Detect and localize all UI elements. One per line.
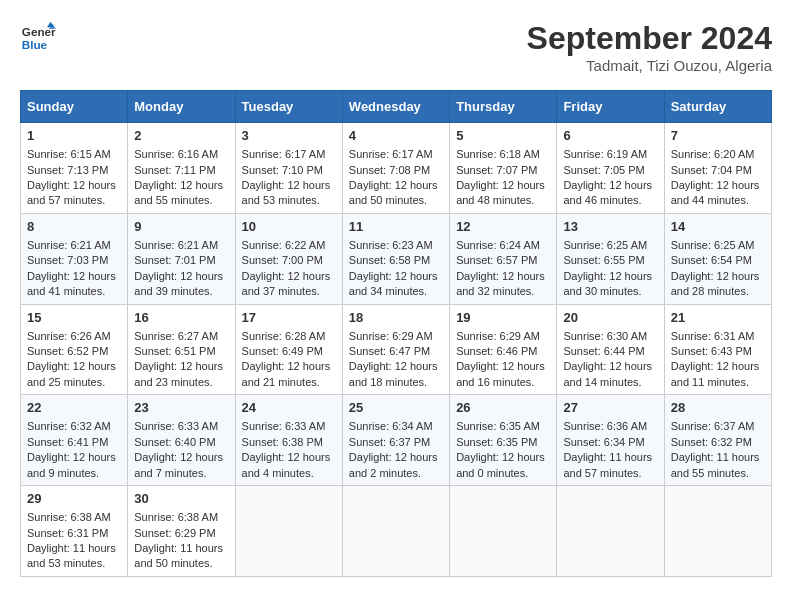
sunset-line: Sunset: 6:41 PM xyxy=(27,436,108,448)
daylight-line1: Daylight: 12 hours xyxy=(27,179,116,191)
daylight-line1: Daylight: 12 hours xyxy=(242,270,331,282)
calendar-cell: 11Sunrise: 6:23 AMSunset: 6:58 PMDayligh… xyxy=(342,213,449,304)
daylight-line2: and 4 minutes. xyxy=(242,467,314,479)
daylight-line2: and 55 minutes. xyxy=(671,467,749,479)
daylight-line2: and 11 minutes. xyxy=(671,376,749,388)
day-number: 1 xyxy=(27,127,121,145)
day-number: 20 xyxy=(563,309,657,327)
sunset-line: Sunset: 7:05 PM xyxy=(563,164,644,176)
sunrise-line: Sunrise: 6:15 AM xyxy=(27,148,111,160)
daylight-line1: Daylight: 12 hours xyxy=(456,360,545,372)
calendar-cell xyxy=(342,486,449,577)
daylight-line1: Daylight: 11 hours xyxy=(671,451,760,463)
sunrise-line: Sunrise: 6:17 AM xyxy=(349,148,433,160)
daylight-line2: and 44 minutes. xyxy=(671,194,749,206)
header-row: SundayMondayTuesdayWednesdayThursdayFrid… xyxy=(21,91,772,123)
calendar-cell: 1Sunrise: 6:15 AMSunset: 7:13 PMDaylight… xyxy=(21,123,128,214)
daylight-line1: Daylight: 12 hours xyxy=(27,270,116,282)
calendar-cell: 20Sunrise: 6:30 AMSunset: 6:44 PMDayligh… xyxy=(557,304,664,395)
calendar-cell: 18Sunrise: 6:29 AMSunset: 6:47 PMDayligh… xyxy=(342,304,449,395)
daylight-line2: and 0 minutes. xyxy=(456,467,528,479)
daylight-line1: Daylight: 12 hours xyxy=(563,270,652,282)
calendar-cell: 10Sunrise: 6:22 AMSunset: 7:00 PMDayligh… xyxy=(235,213,342,304)
day-number: 18 xyxy=(349,309,443,327)
sunset-line: Sunset: 6:49 PM xyxy=(242,345,323,357)
daylight-line2: and 34 minutes. xyxy=(349,285,427,297)
calendar-cell: 25Sunrise: 6:34 AMSunset: 6:37 PMDayligh… xyxy=(342,395,449,486)
daylight-line1: Daylight: 12 hours xyxy=(349,451,438,463)
page-header: General Blue September 2024 Tadmait, Tiz… xyxy=(20,20,772,74)
calendar-cell xyxy=(557,486,664,577)
sunrise-line: Sunrise: 6:34 AM xyxy=(349,420,433,432)
daylight-line2: and 50 minutes. xyxy=(349,194,427,206)
day-number: 6 xyxy=(563,127,657,145)
sunset-line: Sunset: 7:07 PM xyxy=(456,164,537,176)
calendar-cell: 28Sunrise: 6:37 AMSunset: 6:32 PMDayligh… xyxy=(664,395,771,486)
sunset-line: Sunset: 6:44 PM xyxy=(563,345,644,357)
day-number: 13 xyxy=(563,218,657,236)
sunset-line: Sunset: 6:34 PM xyxy=(563,436,644,448)
sunrise-line: Sunrise: 6:25 AM xyxy=(671,239,755,251)
daylight-line2: and 50 minutes. xyxy=(134,557,212,569)
calendar-cell: 5Sunrise: 6:18 AMSunset: 7:07 PMDaylight… xyxy=(450,123,557,214)
day-number: 8 xyxy=(27,218,121,236)
daylight-line2: and 30 minutes. xyxy=(563,285,641,297)
daylight-line1: Daylight: 12 hours xyxy=(456,451,545,463)
day-number: 12 xyxy=(456,218,550,236)
daylight-line1: Daylight: 12 hours xyxy=(134,451,223,463)
header-day: Friday xyxy=(557,91,664,123)
calendar-cell: 27Sunrise: 6:36 AMSunset: 6:34 PMDayligh… xyxy=(557,395,664,486)
daylight-line2: and 2 minutes. xyxy=(349,467,421,479)
sunrise-line: Sunrise: 6:29 AM xyxy=(456,330,540,342)
day-number: 15 xyxy=(27,309,121,327)
day-number: 14 xyxy=(671,218,765,236)
calendar-cell: 26Sunrise: 6:35 AMSunset: 6:35 PMDayligh… xyxy=(450,395,557,486)
sunrise-line: Sunrise: 6:33 AM xyxy=(242,420,326,432)
sunrise-line: Sunrise: 6:22 AM xyxy=(242,239,326,251)
sunset-line: Sunset: 6:46 PM xyxy=(456,345,537,357)
day-number: 3 xyxy=(242,127,336,145)
day-number: 23 xyxy=(134,399,228,417)
sunrise-line: Sunrise: 6:35 AM xyxy=(456,420,540,432)
daylight-line2: and 16 minutes. xyxy=(456,376,534,388)
daylight-line1: Daylight: 12 hours xyxy=(563,179,652,191)
sunset-line: Sunset: 6:43 PM xyxy=(671,345,752,357)
header-day: Saturday xyxy=(664,91,771,123)
day-number: 26 xyxy=(456,399,550,417)
svg-text:Blue: Blue xyxy=(22,38,48,51)
sunrise-line: Sunrise: 6:28 AM xyxy=(242,330,326,342)
daylight-line2: and 41 minutes. xyxy=(27,285,105,297)
daylight-line2: and 46 minutes. xyxy=(563,194,641,206)
sunrise-line: Sunrise: 6:18 AM xyxy=(456,148,540,160)
daylight-line2: and 28 minutes. xyxy=(671,285,749,297)
sunset-line: Sunset: 6:58 PM xyxy=(349,254,430,266)
sunset-line: Sunset: 6:32 PM xyxy=(671,436,752,448)
day-number: 16 xyxy=(134,309,228,327)
daylight-line2: and 53 minutes. xyxy=(27,557,105,569)
header-day: Tuesday xyxy=(235,91,342,123)
daylight-line1: Daylight: 12 hours xyxy=(27,451,116,463)
sunrise-line: Sunrise: 6:31 AM xyxy=(671,330,755,342)
daylight-line2: and 23 minutes. xyxy=(134,376,212,388)
sunrise-line: Sunrise: 6:21 AM xyxy=(27,239,111,251)
sunset-line: Sunset: 6:31 PM xyxy=(27,527,108,539)
sunset-line: Sunset: 7:11 PM xyxy=(134,164,215,176)
daylight-line1: Daylight: 12 hours xyxy=(671,270,760,282)
calendar-cell: 2Sunrise: 6:16 AMSunset: 7:11 PMDaylight… xyxy=(128,123,235,214)
daylight-line2: and 21 minutes. xyxy=(242,376,320,388)
sunset-line: Sunset: 7:04 PM xyxy=(671,164,752,176)
sunset-line: Sunset: 6:54 PM xyxy=(671,254,752,266)
daylight-line1: Daylight: 12 hours xyxy=(456,270,545,282)
calendar-cell: 24Sunrise: 6:33 AMSunset: 6:38 PMDayligh… xyxy=(235,395,342,486)
month-title: September 2024 xyxy=(527,20,772,57)
daylight-line2: and 9 minutes. xyxy=(27,467,99,479)
calendar-cell: 17Sunrise: 6:28 AMSunset: 6:49 PMDayligh… xyxy=(235,304,342,395)
daylight-line1: Daylight: 12 hours xyxy=(242,360,331,372)
calendar-week-row: 22Sunrise: 6:32 AMSunset: 6:41 PMDayligh… xyxy=(21,395,772,486)
sunrise-line: Sunrise: 6:32 AM xyxy=(27,420,111,432)
daylight-line2: and 57 minutes. xyxy=(563,467,641,479)
daylight-line1: Daylight: 12 hours xyxy=(671,360,760,372)
sunset-line: Sunset: 7:13 PM xyxy=(27,164,108,176)
daylight-line1: Daylight: 12 hours xyxy=(349,270,438,282)
calendar-table: SundayMondayTuesdayWednesdayThursdayFrid… xyxy=(20,90,772,577)
